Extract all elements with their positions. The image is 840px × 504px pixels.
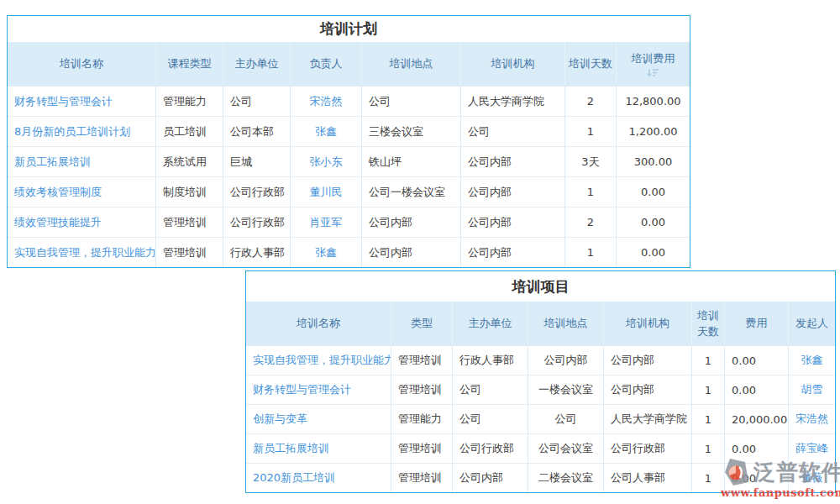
table-row: 财务转型与管理会计管理能力公司宋浩然公司人民大学商学院212,800.00 (8, 86, 690, 116)
link-cell[interactable]: 张鑫 (291, 117, 362, 146)
table-cell: 管理培训 (391, 346, 453, 375)
table-cell: 公司一楼会议室 (362, 177, 461, 207)
table-cell: 员工培训 (156, 117, 223, 146)
table-cell: 0.00 (725, 346, 789, 375)
table-cell: 1 (565, 117, 617, 146)
column-header-label: 培训天数 (569, 55, 612, 72)
table-cell: 管理培训 (156, 238, 223, 267)
column-header-3: 培训地点 (528, 302, 604, 345)
table-cell: 1 (565, 238, 617, 267)
column-header-label: 费用 (746, 315, 768, 332)
table-cell: 管理培训 (391, 434, 453, 463)
column-header-0: 培训名称 (8, 42, 156, 86)
link-cell[interactable]: 张小东 (291, 147, 362, 176)
link-cell[interactable]: 创新与变革 (246, 405, 391, 433)
table-title: 培训项目 (246, 271, 835, 302)
watermark-url-text: www.fanpusoft.com (721, 486, 840, 499)
table-cell: 公司内部 (461, 238, 565, 267)
table-cell: 系统试用 (156, 147, 223, 176)
table-cell: 12,800.00 (617, 87, 690, 116)
table-cell: 公司 (453, 375, 528, 404)
column-header-4: 培训地点 (362, 42, 461, 86)
table-cell: 20,000.00 (725, 405, 789, 433)
table-cell: 公司内部 (453, 464, 528, 492)
table-cell: 公司内部 (461, 147, 565, 176)
link-cell[interactable]: 绩效考核管理制度 (8, 177, 156, 207)
column-header-0: 培训名称 (246, 302, 391, 345)
sort-icon[interactable] (647, 68, 659, 77)
table-cell: 管理培训 (391, 375, 453, 404)
table-cell: 管理能力 (156, 87, 223, 116)
table-cell: 巨城 (223, 147, 291, 176)
column-header-3: 负责人 (291, 42, 362, 86)
link-cell[interactable]: 宋浩然 (789, 405, 835, 433)
table-cell: 公司行政部 (453, 434, 528, 463)
table-cell: 制度培训 (156, 177, 223, 207)
column-header-4: 培训机构 (604, 302, 692, 345)
column-header-label: 培训地点 (544, 315, 588, 332)
link-cell[interactable]: 财务转型与管理会计 (246, 375, 391, 404)
table-cell: 公司内部 (362, 238, 461, 267)
table-row: 财务转型与管理会计管理培训公司一楼会议室公司内部10.00胡雪 (246, 375, 835, 404)
fanpusoft-logo-icon (723, 457, 752, 487)
table-cell: 公司 (223, 87, 291, 116)
link-cell[interactable]: 新员工拓展培训 (246, 434, 391, 463)
table-cell: 人民大学商学院 (604, 405, 692, 433)
column-header-label: 培训名称 (60, 55, 103, 72)
table-cell: 公司行政部 (223, 207, 291, 237)
link-cell[interactable]: 财务转型与管理会计 (8, 87, 156, 116)
table-cell: 管理能力 (391, 405, 453, 433)
table-cell: 管理培训 (156, 207, 223, 237)
link-cell[interactable]: 新员工拓展培训 (8, 147, 156, 176)
column-header-2: 主办单位 (453, 302, 528, 345)
table-cell: 2 (565, 87, 617, 116)
link-cell[interactable]: 宋浩然 (291, 87, 362, 116)
link-cell[interactable]: 8月份新的员工培训计划 (8, 117, 156, 146)
link-cell[interactable]: 张鑫 (291, 238, 362, 267)
table-cell: 0.00 (617, 177, 690, 207)
link-cell[interactable]: 肖亚军 (291, 207, 362, 237)
column-header-label: 培训机构 (626, 315, 669, 332)
table-cell: 公司本部 (223, 117, 291, 146)
column-header-label: 课程类型 (168, 55, 212, 72)
link-cell[interactable]: 2020新员工培训 (246, 464, 391, 492)
table-cell: 1 (692, 375, 725, 404)
link-cell[interactable]: 实现自我管理，提升职业能力 (246, 346, 391, 375)
table-title: 培训计划 (8, 16, 690, 42)
column-header-label: 主办单位 (235, 55, 279, 72)
column-header-1: 课程类型 (156, 42, 223, 86)
column-header-7: 发起人 (789, 302, 835, 345)
column-header-label: 培训名称 (297, 315, 340, 332)
link-cell[interactable]: 绩效管理技能提升 (8, 207, 156, 237)
table-cell: 1 (565, 177, 617, 207)
table-row: 8月份新的员工培训计划员工培训公司本部张鑫三楼会议室公司11,200.00 (8, 116, 690, 146)
link-cell[interactable]: 胡雪 (789, 375, 835, 404)
column-header-6: 费用 (725, 302, 789, 345)
table-cell: 公司内部 (604, 346, 692, 375)
table-cell: 公司内部 (604, 375, 692, 404)
column-header-5: 培训天数 (692, 302, 725, 345)
column-header-7[interactable]: 培训费用 (617, 42, 690, 86)
column-header-label: 主办单位 (469, 315, 512, 332)
column-header-1: 类型 (391, 302, 453, 345)
table-cell: 公司行政部 (223, 177, 291, 207)
link-cell[interactable]: 董川民 (291, 177, 362, 207)
table-cell: 3天 (565, 147, 617, 176)
table-cell: 公司 (528, 405, 604, 433)
watermark-brand-text: 泛普软件 (753, 458, 840, 487)
table-cell: 三楼会议室 (362, 117, 461, 146)
table-cell: 公司会议室 (528, 434, 604, 463)
table-row: 创新与变革管理能力公司公司人民大学商学院120,000.00宋浩然 (246, 404, 835, 433)
column-header-label: 负责人 (310, 55, 343, 72)
table-cell: 二楼会议室 (528, 464, 604, 492)
link-cell[interactable]: 实现自我管理，提升职业能力 (8, 238, 156, 267)
column-header-label: 培训地点 (390, 55, 433, 72)
column-header-5: 培训机构 (461, 42, 565, 86)
table-cell: 公司人事部 (604, 464, 692, 492)
table-cell: 行政人事部 (453, 346, 528, 375)
table-cell: 0.00 (617, 207, 690, 237)
table-cell: 公司内部 (362, 207, 461, 237)
link-cell[interactable]: 张鑫 (789, 346, 835, 375)
table-row: 新员工拓展培训系统试用巨城张小东铁山坪公司内部3天300.00 (8, 146, 690, 176)
column-header-2: 主办单位 (223, 42, 291, 86)
